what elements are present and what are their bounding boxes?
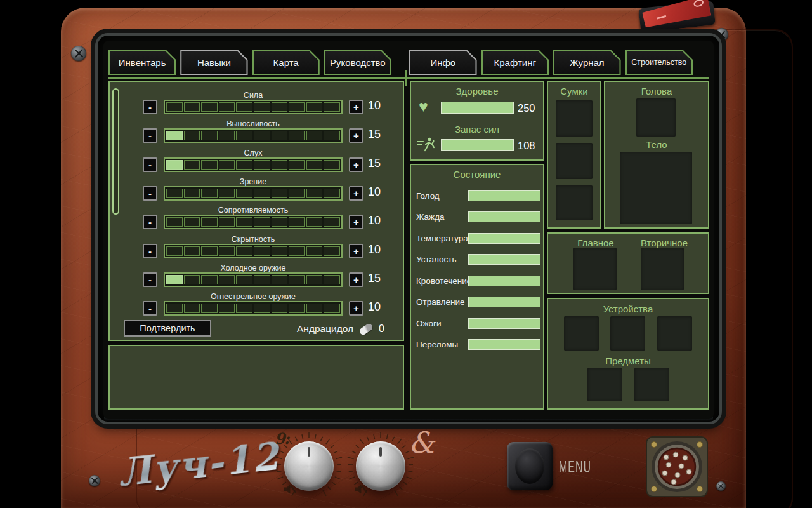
cable-connector-socket — [645, 436, 709, 502]
body-slot-1[interactable] — [620, 152, 692, 224]
skill-resistance-increase-button[interactable]: + — [349, 215, 363, 229]
skill-firearms-decrease-button[interactable]: - — [143, 301, 157, 316]
condition-bar-fill — [469, 297, 540, 307]
tab-bar-left: ИнвентарьНавыкиКартаРуководство — [108, 50, 391, 75]
skill-row-firearms: Огнестрельное оружие-+10 — [110, 292, 403, 320]
devices-items-panel: Устройства Предметы — [547, 298, 709, 410]
skill-row-endurance: Выносливость-+15 — [110, 119, 403, 147]
bar-segment — [254, 275, 270, 284]
tab-label: Навыки — [197, 57, 231, 68]
game-screen: ИнвентарьНавыкиКартаРуководство ИнфоКраф… — [0, 0, 812, 508]
device-slot-1[interactable] — [564, 316, 599, 351]
tab-info[interactable]: Инфо — [409, 50, 477, 75]
bar-segment — [166, 217, 183, 227]
tab-map[interactable]: Карта — [252, 50, 320, 75]
bar-segment — [289, 217, 305, 227]
tab-crafting[interactable]: Крафтинг — [481, 50, 549, 75]
bass-clef-icon: 9: — [275, 429, 289, 448]
tab-construction[interactable]: Строительство — [625, 50, 693, 75]
skill-melee-weapons-increase-button[interactable]: + — [349, 272, 363, 287]
bar-segment — [201, 189, 218, 198]
bar-segment — [272, 217, 288, 227]
tab-guide[interactable]: Руководство — [324, 50, 391, 75]
treble-clef-icon: & — [409, 425, 435, 460]
skill-label: Сопротивляемость — [164, 206, 343, 215]
bag-slot-2[interactable] — [556, 143, 593, 179]
bar-segment — [324, 304, 340, 313]
bar-segment — [219, 246, 235, 256]
item-slot-1[interactable] — [587, 368, 622, 401]
mute-icon — [355, 484, 368, 498]
skill-vision-increase-button[interactable]: + — [349, 186, 363, 201]
skill-hearing-increase-button[interactable]: + — [349, 157, 363, 172]
tab-skills[interactable]: Навыки — [180, 50, 247, 75]
condition-label: Ожоги — [416, 318, 442, 329]
tab-face: Карта — [254, 51, 318, 74]
tab-face: Журнал — [554, 51, 620, 74]
skill-row-resistance: Сопротивляемость-+10 — [110, 206, 403, 234]
skill-firearms-increase-button[interactable]: + — [349, 301, 363, 316]
condition-bar-fill — [469, 234, 540, 243]
primary-weapon-slot-1[interactable] — [573, 248, 617, 290]
skill-hearing-decrease-button[interactable]: - — [143, 157, 157, 172]
skill-value: 15 — [368, 272, 381, 285]
bar-segment — [219, 189, 235, 198]
skill-stealth-increase-button[interactable]: + — [349, 244, 363, 258]
head-title: Голова — [605, 86, 708, 97]
condition-label: Кровотечение — [416, 276, 471, 286]
menu-button[interactable] — [507, 442, 553, 490]
condition-bar — [468, 297, 540, 307]
condition-row-thirst: Жажда — [411, 211, 543, 223]
condition-label: Усталость — [416, 254, 456, 265]
skill-value: 15 — [368, 128, 381, 141]
skill-endurance-bar — [164, 128, 343, 143]
skill-value: 10 — [368, 99, 381, 112]
skill-stealth-decrease-button[interactable]: - — [143, 244, 157, 258]
body-title: Тело — [605, 139, 708, 150]
bar-segment — [184, 131, 200, 140]
tab-journal[interactable]: Журнал — [553, 50, 621, 75]
bar-segment — [201, 131, 218, 140]
skill-vision-decrease-button[interactable]: - — [143, 186, 157, 201]
bar-segment — [306, 304, 323, 313]
skill-endurance-decrease-button[interactable]: - — [143, 128, 157, 143]
bar-segment — [254, 160, 270, 170]
skill-melee-weapons-decrease-button[interactable]: - — [143, 272, 157, 287]
menu-button-dome — [515, 448, 544, 484]
condition-bar — [468, 276, 540, 286]
skill-resistance-decrease-button[interactable]: - — [143, 215, 157, 229]
bar-segment — [236, 160, 252, 170]
bar-segment — [254, 246, 270, 256]
skill-strength-decrease-button[interactable]: - — [143, 100, 157, 114]
description-panel — [108, 345, 404, 410]
bar-segment — [184, 160, 200, 170]
bar-segment — [219, 275, 235, 284]
skill-row-strength: Сила-+10 — [110, 91, 403, 119]
device-slot-3[interactable] — [657, 316, 692, 351]
tab-label: Руководство — [330, 57, 386, 68]
condition-bar — [468, 254, 540, 265]
bag-slot-1[interactable] — [556, 100, 593, 137]
skill-hearing-bar — [164, 157, 343, 172]
skills-panel: Подтвердить Андрацидол 0 Сила-+10Выносли… — [108, 81, 404, 341]
secondary-weapon-title: Вторичное — [629, 237, 699, 248]
secondary-weapon-slot-1[interactable] — [641, 248, 684, 290]
condition-row-poisoning: Отравление — [411, 297, 543, 308]
bag-slot-3[interactable] — [556, 185, 593, 220]
tab-inventory[interactable]: Инвентарь — [108, 50, 176, 75]
item-slot-2[interactable] — [634, 368, 669, 401]
bar-segment — [272, 160, 288, 170]
head-slot-1[interactable] — [636, 98, 676, 137]
device-slot-2[interactable] — [610, 316, 645, 351]
tab-label: Карта — [273, 57, 299, 68]
bar-segment — [289, 189, 305, 198]
screen-divider — [405, 70, 407, 86]
menu-label: MENU — [559, 458, 591, 476]
bar-segment — [254, 131, 270, 140]
skill-strength-increase-button[interactable]: + — [349, 100, 363, 114]
confirm-button[interactable]: Подтвердить — [124, 320, 211, 337]
stamina-value: 108 — [518, 140, 544, 152]
skill-endurance-increase-button[interactable]: + — [349, 128, 363, 143]
bar-segment — [219, 160, 235, 170]
bags-panel: Сумки — [547, 81, 601, 229]
